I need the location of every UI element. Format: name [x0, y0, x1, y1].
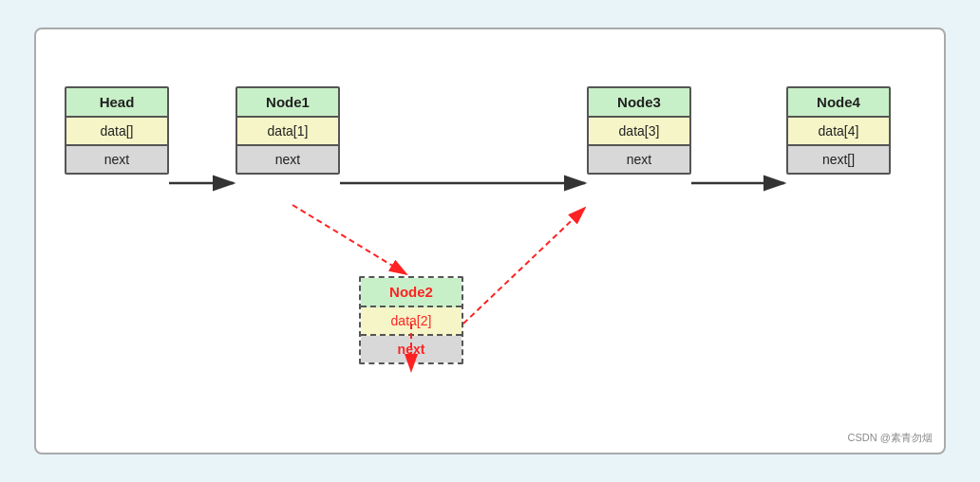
node-1-next: next	[237, 146, 338, 173]
node-1: Node1 data[1] next	[236, 86, 340, 175]
node-2-next: next	[361, 336, 462, 362]
diagram-container: Head data[] next Node1 data[1] next Node…	[34, 28, 946, 454]
node-3: Node3 data[3] next	[587, 86, 691, 175]
node-4: Node4 data[4] next[]	[786, 86, 891, 175]
node-3-next: next	[589, 146, 689, 173]
node-4-next: next[]	[788, 146, 889, 173]
node-head-data: data[]	[66, 118, 167, 146]
node-4-title: Node4	[788, 88, 889, 118]
watermark: CSDN @素青勿烟	[848, 431, 933, 445]
node-head-next: next	[66, 146, 167, 173]
node-1-title: Node1	[237, 88, 338, 118]
node-2-data: data[2]	[361, 307, 462, 336]
node-head: Head data[] next	[65, 86, 169, 175]
node-4-data: data[4]	[788, 118, 889, 146]
node-head-title: Head	[66, 88, 167, 118]
node-2: Node2 data[2] next	[359, 276, 463, 364]
node-3-title: Node3	[589, 88, 689, 118]
node-1-data: data[1]	[237, 118, 338, 146]
node-2-title: Node2	[361, 278, 462, 307]
arrow-node2-to-node3	[463, 208, 585, 324]
node-3-data: data[3]	[589, 118, 689, 146]
arrow-node1-to-node2-left	[292, 205, 406, 274]
